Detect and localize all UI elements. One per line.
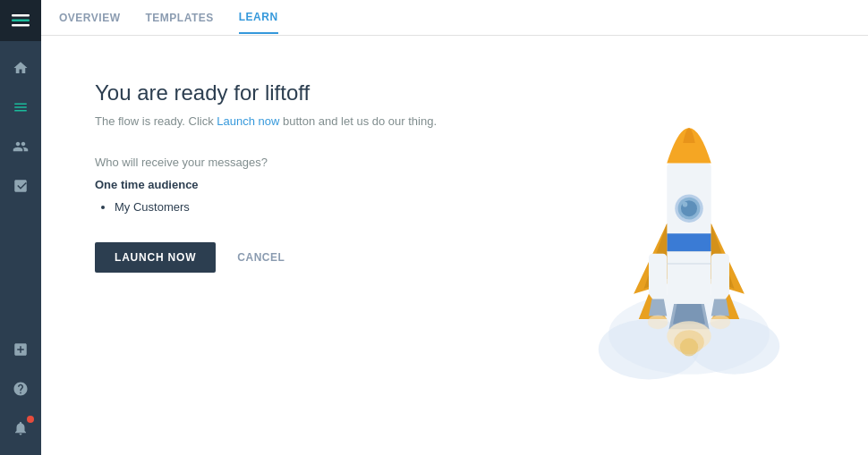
svg-rect-12 (649, 254, 667, 304)
who-label: Who will receive your messages? (95, 156, 498, 169)
page-title: You are ready for liftoff (95, 80, 498, 105)
launch-now-button[interactable]: LAUNCH NOW (95, 242, 216, 273)
svg-rect-2 (12, 24, 30, 27)
launch-now-link[interactable]: Launch now (217, 114, 279, 128)
subtitle-pre: The flow is ready. Click (95, 114, 217, 128)
main-area: OVERVIEW TEMPLATES LEARN You are ready f… (41, 0, 868, 455)
sidebar-item-home[interactable] (0, 48, 41, 88)
nav-learn[interactable]: LEARN (239, 2, 278, 34)
svg-rect-13 (711, 254, 729, 304)
nav-overview[interactable]: OVERVIEW (59, 3, 120, 33)
sidebar-logo[interactable] (0, 0, 41, 41)
rocket-illustration (564, 54, 814, 393)
nav-templates[interactable]: TEMPLATES (145, 3, 213, 33)
content-area: You are ready for liftoff The flow is re… (41, 36, 868, 455)
audience-title: One time audience (95, 178, 498, 191)
sidebar-item-users[interactable] (0, 127, 41, 166)
sidebar-bottom (0, 330, 41, 455)
sidebar-item-add[interactable] (0, 330, 41, 369)
svg-rect-1 (12, 20, 30, 22)
svg-rect-0 (12, 14, 30, 17)
cancel-button[interactable]: CANCEL (237, 251, 285, 264)
svg-point-18 (711, 315, 731, 329)
notification-dot (27, 416, 34, 423)
sidebar-item-analytics[interactable] (0, 166, 41, 206)
sidebar-item-flows[interactable] (0, 88, 41, 127)
svg-point-16 (680, 338, 698, 356)
button-row: LAUNCH NOW CANCEL (95, 242, 498, 273)
audience-list: My Customers (95, 197, 498, 217)
audience-item: My Customers (115, 197, 498, 217)
subtitle-post: button and let us do our thing. (279, 114, 437, 128)
sidebar-item-help[interactable] (0, 369, 41, 409)
sidebar (0, 0, 41, 455)
svg-point-10 (683, 202, 688, 207)
subtitle-text: The flow is ready. Click Launch now butt… (95, 113, 498, 131)
svg-point-17 (648, 315, 668, 329)
svg-rect-11 (667, 233, 711, 251)
text-section: You are ready for liftoff The flow is re… (95, 80, 498, 273)
top-nav: OVERVIEW TEMPLATES LEARN (41, 0, 868, 36)
sidebar-item-notifications[interactable] (0, 409, 41, 448)
